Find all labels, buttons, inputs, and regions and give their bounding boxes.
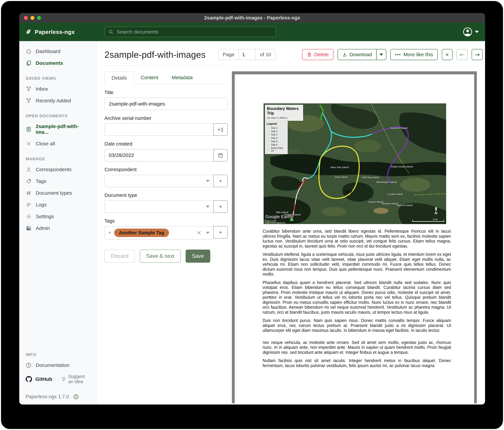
download-button[interactable]: Download xyxy=(338,49,377,60)
arrow-right-icon: → xyxy=(475,51,480,58)
sidebar-links-row: GitHub Suggest an idea xyxy=(19,371,96,387)
app-header: Paperless-ngx xyxy=(19,23,485,41)
add-tag-button[interactable]: + xyxy=(213,226,228,239)
page-count-label: of 10 xyxy=(256,49,275,60)
sidebar-item-tags[interactable]: Tags xyxy=(19,175,96,187)
clear-tags-icon[interactable]: ✕ xyxy=(197,230,201,236)
document-type-select[interactable] xyxy=(104,200,214,213)
calendar-button[interactable] xyxy=(213,149,228,161)
tags-select-controls: ✕ xyxy=(197,230,210,236)
map-image: Boundary Waters Trip Six days in BWCA Le… xyxy=(264,103,446,224)
page-label: Page xyxy=(219,49,239,60)
tab-details[interactable]: Details xyxy=(104,71,134,84)
app-window: 2sample-pdf-with-images - Paperless-ngx … xyxy=(19,13,485,404)
search-input[interactable] xyxy=(116,29,273,35)
asn-input[interactable] xyxy=(108,127,210,133)
global-search[interactable] xyxy=(105,27,276,37)
title-input[interactable] xyxy=(108,101,224,107)
map-label: Lincoln Island xyxy=(387,193,403,196)
date-created-input[interactable] xyxy=(108,152,210,158)
user-avatar-icon xyxy=(463,27,472,37)
header-divider xyxy=(104,66,483,66)
sidebar-item-close-all[interactable]: Close all xyxy=(19,138,96,150)
sidebar-item-label: Logs xyxy=(36,202,47,208)
discard-button[interactable]: Discard xyxy=(104,250,135,263)
correspondent-select[interactable] xyxy=(104,175,214,187)
previous-document-button[interactable]: ← xyxy=(457,49,468,60)
sidebar-item-inbox[interactable]: Inbox xyxy=(19,83,96,95)
sidebar-item-label: 2sample-pdf-with-ima... xyxy=(36,123,90,135)
date-created-label: Date created xyxy=(104,141,228,147)
sidebar-item-document-types[interactable]: Document types xyxy=(19,187,96,199)
map-label: Washington Island xyxy=(376,181,397,183)
info-circle-icon[interactable] xyxy=(73,394,79,400)
tags-select[interactable]: × Another Sample Tag ✕ xyxy=(104,226,214,240)
search-icon xyxy=(108,29,114,35)
delete-button[interactable]: Delete xyxy=(302,49,333,60)
legend-swatch: ∴ xyxy=(267,143,270,146)
close-document-button[interactable]: × xyxy=(442,49,452,60)
sidebar-item-admin[interactable]: Admin xyxy=(19,222,96,234)
app-name: Paperless-ngx xyxy=(35,29,75,35)
remove-tag-icon[interactable]: × xyxy=(108,230,111,235)
more-like-this-button[interactable]: ••• More like this xyxy=(390,49,438,60)
paragraph: Duis non tincidunt purus. Nam quis sapie… xyxy=(262,318,451,333)
sidebar-section-saved-views: SAVED VIEWS xyxy=(19,69,96,83)
map-credit: © 2017 Google xyxy=(265,220,277,222)
sidebar-item-documents[interactable]: Documents xyxy=(19,57,96,69)
add-document-type-button[interactable]: + xyxy=(213,200,228,213)
lightbulb-icon xyxy=(61,377,66,382)
sidebar-item-open-document[interactable]: 2sample-pdf-with-ima... xyxy=(19,121,96,138)
paragraph: Phasellus dapibus quam a hendrerit place… xyxy=(262,280,451,315)
sidebar-item-logs[interactable]: Logs xyxy=(19,199,96,211)
minimize-window-button[interactable] xyxy=(30,16,34,20)
user-menu[interactable] xyxy=(463,23,479,41)
save-button[interactable]: Save xyxy=(186,250,210,263)
chevron-down-icon xyxy=(475,31,479,33)
window-title: 2sample-pdf-with-images - Paperless-ngx xyxy=(204,15,300,21)
filter-icon xyxy=(26,98,32,104)
map-title-box: Boundary Waters Trip Six days in BWCA xyxy=(265,105,303,121)
tab-content[interactable]: Content xyxy=(134,71,165,84)
tag-icon xyxy=(26,178,32,184)
tab-metadata[interactable]: Metadata xyxy=(165,71,199,84)
asn-field[interactable] xyxy=(104,123,214,136)
sidebar-item-correspondents[interactable]: Correspondents xyxy=(19,164,96,175)
main-content: 2sample-pdf-with-images Page of 10 Delet… xyxy=(96,41,485,404)
download-options-button[interactable] xyxy=(377,49,386,60)
date-created-field[interactable] xyxy=(104,149,214,161)
document-type-label: Document type xyxy=(104,193,228,198)
next-document-button[interactable]: → xyxy=(472,49,483,60)
github-label: GitHub xyxy=(35,376,52,382)
map-label: Half Dog Island xyxy=(362,176,379,179)
pdf-preview-pane[interactable]: Boundary Waters Trip Six days in BWCA Le… xyxy=(232,71,477,403)
add-correspondent-button[interactable]: + xyxy=(213,175,228,187)
close-icon xyxy=(26,141,32,147)
sidebar-item-recently-added[interactable]: Recently Added xyxy=(19,95,96,107)
sidebar-item-settings[interactable]: Settings xyxy=(19,211,96,222)
tag-chip[interactable]: Another Sample Tag xyxy=(114,229,169,237)
close-icon: × xyxy=(445,51,449,58)
question-circle-icon xyxy=(26,362,32,368)
legend-swatch: ▲ xyxy=(267,148,270,151)
sidebar-item-documentation[interactable]: Documentation xyxy=(19,359,96,371)
sidebar-item-label: Admin xyxy=(36,225,50,231)
save-and-next-button[interactable]: Save & next xyxy=(140,250,180,263)
download-label: Download xyxy=(350,52,372,57)
github-link[interactable]: GitHub xyxy=(26,376,52,382)
leaf-logo-icon xyxy=(24,28,32,36)
app-logo[interactable]: Paperless-ngx xyxy=(24,28,75,36)
close-window-button[interactable] xyxy=(24,16,28,20)
trash-icon xyxy=(307,52,312,57)
document-header: 2sample-pdf-with-images Page of 10 Delet… xyxy=(104,47,483,62)
asn-increment-button[interactable]: +1 xyxy=(213,123,228,136)
suggest-idea-link[interactable]: Suggest an idea xyxy=(61,374,90,384)
dots-icon: ••• xyxy=(395,52,401,57)
sidebar-item-dashboard[interactable]: Dashboard xyxy=(19,46,96,57)
map-subtitle: Six days in BWCA xyxy=(267,116,301,119)
google-earth-logo: Google Earth xyxy=(265,214,292,219)
zoom-window-button[interactable] xyxy=(37,16,41,20)
title-field[interactable] xyxy=(104,98,228,110)
page-number-input[interactable] xyxy=(239,49,256,60)
sidebar-item-label: Correspondents xyxy=(36,167,72,172)
